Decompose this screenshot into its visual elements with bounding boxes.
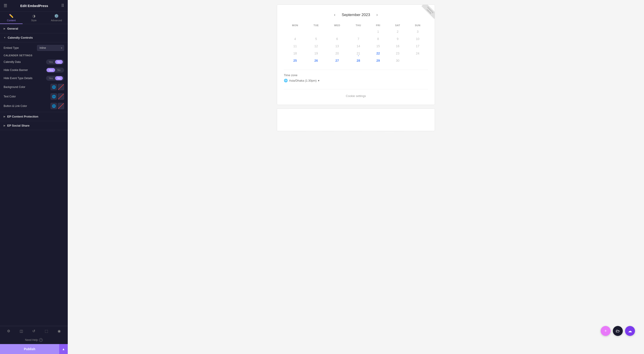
section-ep-social-share[interactable]: ▶ EP Social Share (0, 121, 68, 130)
tab-style[interactable]: ◑ Style (22, 12, 45, 24)
floating-actions: + 🗁 ☁ (601, 326, 635, 336)
sidebar-tabs: ✏️ Content ◑ Style ⚙️ Advanced (0, 12, 68, 24)
sidebar-bottom: ⚙ ◫ ↺ ⬚ ◉ Need Help ? Publish ▲ (0, 326, 68, 354)
need-help-row[interactable]: Need Help ? (0, 336, 68, 344)
calendar-day-4-4[interactable]: 29 (368, 57, 388, 64)
calendly-data-toggle[interactable]: Yes No (46, 59, 64, 64)
button-color-slash-btn[interactable] (58, 103, 64, 109)
text-color-slash-btn[interactable] (58, 93, 64, 100)
calendar-day-4-2[interactable]: 27 (326, 57, 348, 64)
hide-event-no[interactable]: No (55, 76, 63, 80)
calendar-day-4-5: 30 (388, 57, 407, 64)
hamburger-icon[interactable]: ☰ (4, 3, 7, 8)
background-color-controls: 🌐 (50, 84, 64, 90)
grid-icon[interactable]: ⠿ (61, 3, 64, 8)
cookie-settings: Cookie settings (284, 89, 428, 98)
calendar-day-4-6 (407, 57, 428, 64)
calendar-day-4-0[interactable]: 25 (284, 57, 306, 64)
tab-content-label: Content (7, 19, 16, 22)
background-color-slash-btn[interactable] (58, 84, 64, 90)
button-color-globe-btn[interactable]: 🌐 (50, 103, 57, 109)
publish-button[interactable]: Publish (0, 344, 59, 354)
timezone-section: Time zone 🌐 Asia/Dhaka (1:30pm) ▾ (284, 70, 428, 82)
text-color-controls: 🌐 (50, 93, 64, 100)
calendar-day-1-3: 7 (348, 35, 368, 43)
responsive-icon[interactable]: ⬚ (43, 328, 50, 334)
publish-expand-button[interactable]: ▲ (59, 344, 68, 354)
calendar-day-2-5: 16 (388, 43, 407, 50)
calendar-week-1: 45678910 (284, 35, 428, 43)
section-general-label: General (7, 27, 18, 30)
calendar-day-2-1: 12 (306, 43, 326, 50)
calendar-header-row: MON TUE WED THU FRI SAT SUN (284, 23, 428, 28)
calendar-body: 1234567891011121314151617181920212223242… (284, 28, 428, 64)
day-header-wed: WED (326, 23, 348, 28)
fab-plus-button[interactable]: + (601, 326, 610, 336)
calendar-day-2-4: 15 (368, 43, 388, 50)
calendar-day-3-2: 20 (326, 50, 348, 57)
timezone-value: Asia/Dhaka (1:30pm) (289, 79, 316, 82)
calendar-day-1-6: 10 (407, 35, 428, 43)
history-icon[interactable]: ↺ (30, 328, 37, 334)
calendar-nav: ‹ September 2023 › (284, 12, 428, 18)
settings-icon[interactable]: ⚙ (5, 328, 12, 334)
calendar-day-3-0: 18 (284, 50, 306, 57)
fab-cloud-button[interactable]: ☁ (625, 326, 635, 336)
section-ep-protection-label: EP Content Protection (7, 115, 38, 118)
calendar-day-1-1: 5 (306, 35, 326, 43)
hide-event-row: Hide Event Type Details Yes No (4, 76, 64, 81)
timezone-globe-icon: 🌐 (284, 79, 288, 82)
calendar-container: ‹ September 2023 › MON TUE WED THU FRI S… (284, 12, 428, 98)
hide-event-toggle[interactable]: Yes No (46, 76, 64, 81)
main-content: Powered byCalendly ‹ September 2023 › MO… (68, 0, 644, 354)
day-header-mon: MON (284, 23, 306, 28)
day-header-sun: SUN (407, 23, 428, 28)
text-color-globe-btn[interactable]: 🌐 (50, 93, 57, 100)
background-color-globe-btn[interactable]: 🌐 (50, 84, 57, 90)
button-color-row: Button & Link Color 🌐 (4, 103, 64, 109)
calendly-data-label: Calendly Data (4, 60, 20, 64)
background-color-row: Background Color 🌐 (4, 84, 64, 90)
tab-advanced[interactable]: ⚙️ Advanced (45, 12, 68, 24)
tab-content[interactable]: ✏️ Content (0, 12, 22, 24)
calendar-prev-btn[interactable]: ‹ (332, 12, 337, 18)
need-help-label: Need Help (25, 338, 38, 341)
hide-cookie-no[interactable]: No (55, 68, 63, 72)
calendar-day-3-1: 19 (306, 50, 326, 57)
second-section (277, 108, 435, 131)
calendly-data-row: Calendly Data Yes No (4, 59, 64, 64)
fab-folder-button[interactable]: 🗁 (613, 326, 623, 336)
ep-social-arrow-icon: ▶ (4, 124, 6, 127)
hide-event-yes[interactable]: Yes (46, 76, 55, 80)
style-tab-icon: ◑ (32, 14, 36, 18)
calendly-data-no[interactable]: No (55, 60, 63, 64)
calendar-day-2-3: 14 (348, 43, 368, 50)
calendar-day-1-4: 8 (368, 35, 388, 43)
preview-icon[interactable]: ◉ (56, 328, 62, 334)
embed-type-select[interactable]: Inline Popup Widget Popup Text (37, 45, 64, 51)
advanced-tab-icon: ⚙️ (54, 14, 59, 18)
calendar-day-0-4: 1 (368, 28, 388, 35)
day-header-fri: FRI (368, 23, 388, 28)
hide-cookie-yes[interactable]: Yes (46, 68, 55, 72)
cookie-settings-link[interactable]: Cookie settings (346, 94, 366, 98)
section-ep-content-protection[interactable]: ▶ EP Content Protection (0, 112, 68, 121)
calendar-day-0-2 (326, 28, 348, 35)
calendar-day-4-1[interactable]: 26 (306, 57, 326, 64)
layers-icon[interactable]: ◫ (18, 328, 25, 334)
section-general[interactable]: ▶ General (0, 24, 68, 33)
calendar-week-3: 18192021222324 (284, 50, 428, 57)
calendar-week-0: 123 (284, 28, 428, 35)
calendar-day-0-0 (284, 28, 306, 35)
help-icon: ? (39, 338, 43, 342)
content-tab-icon: ✏️ (9, 14, 14, 18)
section-calendly-controls[interactable]: ▼ Calendly Controls (0, 33, 68, 42)
hide-cookie-toggle[interactable]: Yes No (46, 68, 64, 73)
general-arrow-icon: ▶ (4, 27, 6, 30)
calendar-day-3-4[interactable]: 22 (368, 50, 388, 57)
calendar-day-4-3[interactable]: 28 (348, 57, 368, 64)
calendar-day-1-0: 4 (284, 35, 306, 43)
calendar-next-btn[interactable]: › (374, 12, 380, 18)
calendly-data-yes[interactable]: Yes (46, 60, 55, 64)
timezone-selector[interactable]: 🌐 Asia/Dhaka (1:30pm) ▾ (284, 79, 428, 82)
